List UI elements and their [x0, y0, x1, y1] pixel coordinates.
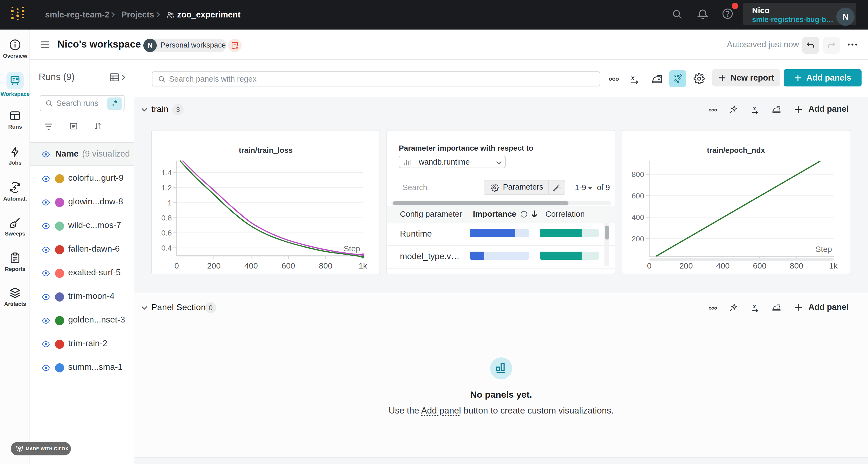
svg-text:0: 0 — [175, 261, 179, 270]
svg-text:200: 200 — [207, 261, 221, 270]
svg-text:600: 600 — [753, 261, 766, 270]
svg-text:800: 800 — [631, 170, 644, 179]
svg-text:800: 800 — [790, 261, 803, 270]
svg-text:200: 200 — [631, 235, 644, 243]
svg-text:800: 800 — [319, 261, 332, 270]
svg-text:1k: 1k — [359, 261, 367, 270]
svg-text:1.4: 1.4 — [161, 169, 172, 177]
svg-text:Step: Step — [815, 244, 832, 254]
svg-text:1.2: 1.2 — [161, 184, 172, 192]
svg-text:400: 400 — [631, 213, 644, 222]
svg-text:Step: Step — [344, 244, 360, 253]
svg-text:0: 0 — [647, 261, 652, 270]
svg-text:400: 400 — [245, 261, 258, 270]
svg-text:1: 1 — [167, 199, 172, 207]
svg-text:x: x — [752, 105, 756, 112]
svg-text:1k: 1k — [829, 261, 838, 270]
svg-text:400: 400 — [716, 261, 730, 270]
svg-text:200: 200 — [679, 261, 693, 270]
svg-text:600: 600 — [631, 192, 644, 200]
svg-text:0.8: 0.8 — [161, 214, 172, 222]
svg-text:600: 600 — [282, 261, 295, 270]
svg-text:x: x — [752, 303, 756, 310]
svg-text:0.4: 0.4 — [161, 244, 172, 252]
svg-text:x: x — [630, 74, 634, 82]
svg-text:0.6: 0.6 — [161, 229, 172, 237]
